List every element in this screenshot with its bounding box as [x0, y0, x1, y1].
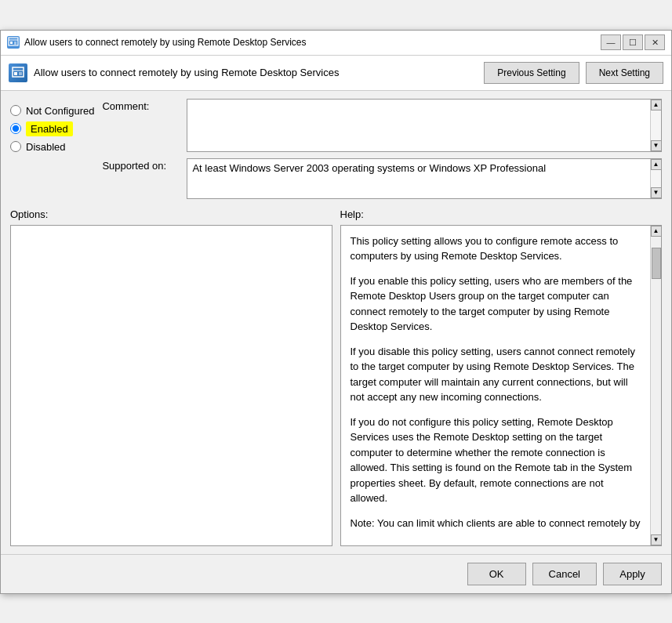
help-para-4: If you do not configure this policy sett…	[351, 415, 641, 506]
comment-label: Comment:	[102, 99, 180, 112]
not-configured-label: Not Configured	[26, 105, 94, 117]
help-box: This policy setting allows you to config…	[340, 225, 663, 546]
close-button[interactable]: ✕	[645, 34, 665, 50]
options-box[interactable]	[10, 225, 332, 546]
fields-section: Comment: ▲ ▼ Supported on: At least	[102, 99, 662, 205]
supported-text: At least Windows Server 2003 operating s…	[187, 159, 650, 177]
content-area: Not Configured Enabled Disabled Comm	[1, 91, 671, 554]
disabled-option[interactable]: Disabled	[10, 141, 94, 153]
header-bar: Allow users to connect remotely by using…	[1, 56, 671, 91]
help-scrollbar: ▲ ▼	[650, 226, 661, 545]
enabled-label: Enabled	[26, 121, 73, 136]
supported-label: Supported on:	[102, 158, 180, 172]
next-setting-button[interactable]: Next Setting	[586, 62, 663, 84]
scroll-down-arrow2[interactable]: ▼	[651, 187, 662, 198]
maximize-button[interactable]: ☐	[623, 34, 643, 50]
scroll-up-arrow2[interactable]: ▲	[651, 159, 662, 170]
supported-box: At least Windows Server 2003 operating s…	[187, 158, 662, 199]
lower-section: Options: Help: This policy setting allow…	[10, 208, 662, 546]
cancel-button[interactable]: Cancel	[532, 563, 597, 585]
enabled-option[interactable]: Enabled	[10, 121, 94, 136]
navigation-buttons: Previous Setting Next Setting	[484, 62, 663, 84]
help-scroll-up[interactable]: ▲	[651, 226, 662, 237]
svg-rect-7	[14, 72, 17, 75]
comment-scrollbar: ▲ ▼	[650, 100, 661, 151]
help-scroll-thumb[interactable]	[652, 248, 661, 279]
help-section: Help: This policy setting allows you to …	[340, 208, 663, 546]
previous-setting-button[interactable]: Previous Setting	[484, 62, 579, 84]
main-window: Allow users to connect remotely by using…	[0, 30, 672, 594]
help-para-5: Note: You can limit which clients are ab…	[351, 516, 641, 531]
header-title: Allow users to connect remotely by using…	[34, 67, 478, 78]
comment-textarea[interactable]	[187, 100, 650, 151]
footer: OK Cancel Apply	[1, 554, 671, 593]
ok-button[interactable]: OK	[467, 563, 526, 585]
not-configured-radio[interactable]	[10, 105, 21, 116]
comment-row: Comment: ▲ ▼	[102, 99, 662, 152]
window-controls: — ☐ ✕	[601, 34, 665, 50]
disabled-radio[interactable]	[10, 141, 21, 152]
scroll-track	[651, 110, 661, 140]
window-icon	[7, 36, 20, 49]
title-bar: Allow users to connect remotely by using…	[1, 31, 671, 56]
top-section: Not Configured Enabled Disabled Comm	[10, 99, 662, 205]
scroll-track2	[651, 170, 661, 187]
disabled-label: Disabled	[26, 141, 66, 153]
options-section: Options:	[10, 208, 332, 546]
not-configured-option[interactable]: Not Configured	[10, 105, 94, 117]
supported-row: Supported on: At least Windows Server 20…	[102, 158, 662, 199]
policy-icon	[9, 63, 27, 82]
supported-scrollbar: ▲ ▼	[650, 159, 661, 198]
svg-rect-0	[9, 38, 18, 45]
enabled-radio[interactable]	[10, 123, 21, 134]
options-header: Options:	[10, 208, 332, 220]
scroll-up-arrow[interactable]: ▲	[651, 100, 662, 110]
help-scroll-down[interactable]: ▼	[651, 534, 662, 545]
help-para-2: If you enable this policy setting, users…	[351, 273, 641, 335]
apply-button[interactable]: Apply	[603, 563, 662, 585]
radio-section: Not Configured Enabled Disabled	[10, 99, 102, 205]
minimize-button[interactable]: —	[601, 34, 621, 50]
help-content: This policy setting allows you to config…	[341, 226, 651, 545]
scroll-down-arrow[interactable]: ▼	[651, 140, 662, 151]
svg-rect-2	[10, 42, 13, 44]
comment-box[interactable]: ▲ ▼	[187, 99, 662, 152]
window-title: Allow users to connect remotely by using…	[24, 37, 596, 48]
help-para-1: This policy setting allows you to config…	[351, 234, 641, 264]
help-header: Help:	[340, 208, 663, 220]
help-para-3: If you disable this policy setting, user…	[351, 344, 641, 405]
